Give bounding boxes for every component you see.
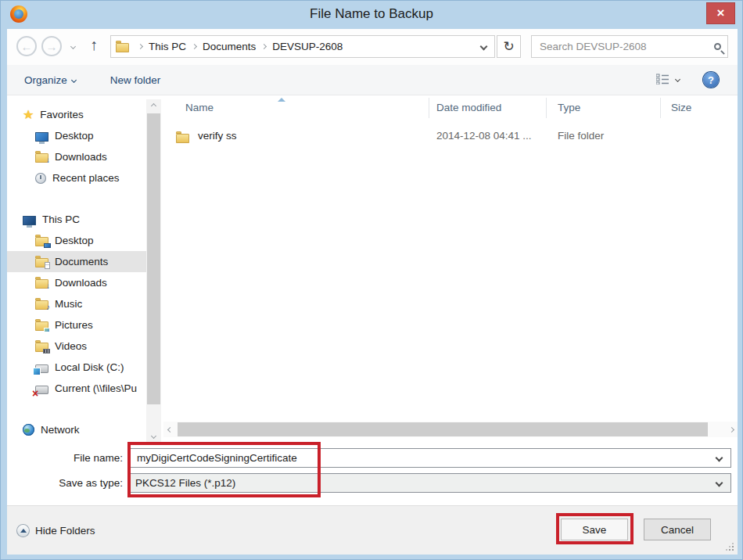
local-disk-icon bbox=[35, 364, 48, 373]
sidebar-group-label: Favorites bbox=[40, 109, 84, 120]
sidebar-group-label: Network bbox=[41, 424, 80, 436]
breadcrumb-item-documents[interactable]: Documents bbox=[203, 41, 256, 52]
chevron-down-icon[interactable] bbox=[716, 454, 723, 462]
column-header-date-modified[interactable]: Date modified bbox=[436, 102, 501, 113]
sidebar-item-desktop-fav[interactable]: Desktop bbox=[7, 125, 146, 146]
change-view-button[interactable] bbox=[656, 74, 680, 84]
organize-label: Organize bbox=[24, 74, 67, 86]
cancel-button[interactable]: Cancel bbox=[644, 519, 711, 540]
sidebar-item-recent-places[interactable]: Recent places bbox=[7, 167, 146, 188]
sidebar-item-desktop[interactable]: Desktop bbox=[7, 230, 146, 251]
breadcrumb-separator-icon bbox=[138, 44, 143, 49]
dialog-client-area: ← → ↑ This PC Documents DEVSUP-2608 ↻ bbox=[7, 29, 738, 555]
horizontal-scrollbar[interactable] bbox=[163, 422, 738, 437]
folder-download-icon: ↓ bbox=[35, 279, 48, 289]
search-input[interactable] bbox=[538, 40, 714, 53]
sidebar-group-label: This PC bbox=[42, 214, 80, 225]
help-icon: ? bbox=[708, 74, 714, 86]
address-dropdown-icon[interactable] bbox=[480, 43, 488, 51]
back-button[interactable]: ← bbox=[16, 36, 37, 56]
sidebar-item-current-share[interactable]: Current (\\files\Pu bbox=[7, 378, 146, 399]
file-date-modified: 2014-12-08 04:41 ... bbox=[436, 130, 532, 142]
resize-grip[interactable] bbox=[726, 543, 734, 551]
scrollbar-thumb[interactable] bbox=[147, 113, 160, 404]
sidebar-group-this-pc[interactable]: This PC bbox=[7, 209, 146, 230]
chevron-down-icon bbox=[716, 479, 723, 487]
file-name-input[interactable] bbox=[135, 451, 710, 465]
forward-icon: → bbox=[46, 40, 58, 53]
column-header-name[interactable]: Name bbox=[185, 102, 214, 113]
column-divider[interactable] bbox=[660, 98, 661, 118]
folder-icon bbox=[176, 134, 189, 143]
sidebar-scrollbar[interactable] bbox=[146, 99, 161, 442]
sidebar-item-videos[interactable]: Videos bbox=[7, 336, 146, 357]
chevron-right-icon bbox=[728, 426, 734, 432]
scroll-down-button[interactable] bbox=[146, 429, 161, 442]
star-icon: ★ bbox=[23, 109, 34, 121]
navigation-bar: ← → ↑ This PC Documents DEVSUP-2608 ↻ bbox=[7, 29, 738, 65]
computer-icon bbox=[23, 216, 36, 225]
sidebar-item-downloads[interactable]: ↓ Downloads bbox=[7, 272, 146, 293]
sidebar-item-label: Pictures bbox=[55, 319, 93, 331]
folder-videos-icon bbox=[35, 343, 48, 352]
close-button[interactable]: × bbox=[706, 2, 735, 24]
column-header-size[interactable]: Size bbox=[671, 102, 691, 113]
recent-locations-dropdown-icon[interactable] bbox=[70, 44, 76, 49]
save-as-type-label: Save as type: bbox=[7, 473, 123, 493]
file-type: File folder bbox=[558, 130, 604, 142]
command-toolbar: Organize New folder ? bbox=[7, 65, 738, 95]
hide-folders-label: Hide Folders bbox=[35, 525, 95, 537]
sidebar-item-pictures[interactable]: Pictures bbox=[7, 314, 146, 336]
dialog-footer: Hide Folders Save Cancel bbox=[7, 505, 738, 555]
save-dialog-window: File Name to Backup × ← → ↑ This PC Docu… bbox=[0, 0, 743, 560]
sidebar-item-label: Documents bbox=[55, 256, 108, 267]
breadcrumb-item-this-pc[interactable]: This PC bbox=[149, 41, 186, 52]
chevron-down-icon bbox=[71, 77, 77, 82]
up-button[interactable]: ↑ bbox=[90, 36, 98, 54]
window-title: File Name to Backup bbox=[1, 6, 742, 22]
scroll-right-button[interactable] bbox=[725, 422, 738, 437]
breadcrumb-item-devsup-2608[interactable]: DEVSUP-2608 bbox=[272, 41, 343, 52]
save-as-type-select[interactable]: PKCS12 Files (*.p12) bbox=[129, 473, 731, 493]
file-row-verify-ss[interactable]: verify ss 2014-12-08 04:41 ... File fold… bbox=[163, 127, 738, 148]
breadcrumb[interactable]: This PC Documents DEVSUP-2608 bbox=[110, 35, 495, 58]
breadcrumb-separator-icon bbox=[192, 44, 197, 49]
folder-documents-icon bbox=[35, 258, 48, 267]
sidebar-group-network[interactable]: Network bbox=[7, 419, 146, 440]
sidebar-item-local-disk[interactable]: Local Disk (C:) bbox=[7, 357, 146, 378]
breadcrumb-separator-icon bbox=[261, 44, 267, 49]
folder-icon bbox=[116, 43, 129, 52]
scroll-left-button[interactable] bbox=[163, 422, 176, 437]
search-icon[interactable] bbox=[714, 43, 721, 50]
refresh-button[interactable]: ↻ bbox=[497, 35, 521, 58]
scroll-up-button[interactable] bbox=[146, 99, 161, 112]
scrollbar-thumb[interactable] bbox=[178, 422, 708, 436]
monitor-icon bbox=[35, 132, 48, 142]
chevron-down-icon bbox=[675, 76, 680, 81]
new-folder-button[interactable]: New folder bbox=[110, 74, 161, 86]
up-icon: ↑ bbox=[90, 36, 98, 53]
hide-folders-button[interactable]: Hide Folders bbox=[16, 524, 95, 537]
details-view-icon bbox=[656, 74, 669, 84]
save-button[interactable]: Save bbox=[561, 519, 628, 540]
sidebar-item-music[interactable]: ♪ Music bbox=[7, 293, 146, 314]
sort-ascending-icon bbox=[278, 98, 285, 102]
sidebar-item-downloads-fav[interactable]: ↓ Downloads bbox=[7, 146, 146, 167]
chevron-down-icon bbox=[151, 433, 156, 438]
sidebar-group-favorites[interactable]: ★ Favorites bbox=[7, 104, 146, 125]
column-divider[interactable] bbox=[429, 98, 429, 118]
organize-button[interactable]: Organize bbox=[24, 74, 76, 86]
refresh-icon: ↻ bbox=[503, 38, 514, 55]
sidebar-item-documents[interactable]: Documents bbox=[7, 251, 146, 272]
forward-button[interactable]: → bbox=[41, 36, 62, 56]
column-header-type[interactable]: Type bbox=[558, 102, 580, 113]
folder-download-icon: ↓ bbox=[35, 153, 48, 163]
help-button[interactable]: ? bbox=[703, 72, 719, 88]
network-drive-icon bbox=[35, 386, 48, 394]
new-folder-label: New folder bbox=[110, 74, 161, 86]
recent-places-icon bbox=[35, 173, 46, 184]
navigation-pane: ★ Favorites Desktop ↓ Downloads Recent p… bbox=[7, 96, 146, 505]
close-icon: × bbox=[717, 5, 725, 21]
column-divider[interactable] bbox=[546, 98, 547, 118]
save-as-type-value: PKCS12 Files (*.p12) bbox=[135, 477, 235, 489]
